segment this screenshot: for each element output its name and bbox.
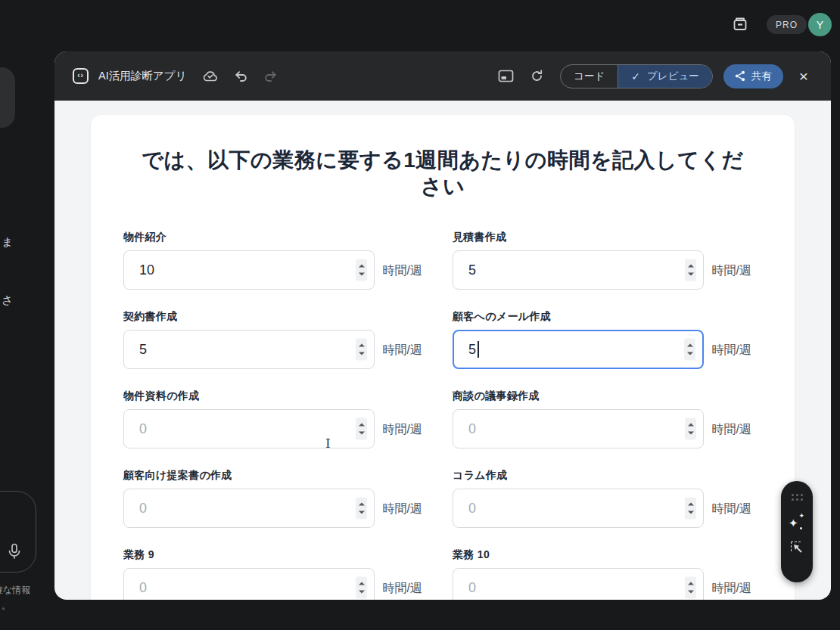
- number-input[interactable]: 0: [453, 568, 704, 600]
- share-icon: [735, 70, 745, 82]
- unit-label: 時間/週: [382, 579, 422, 597]
- form-field: 物件紹介 10 時間/週: [123, 229, 422, 290]
- number-input[interactable]: 10: [123, 250, 375, 290]
- canvas-panel: ‹› AI活用診断アプリ: [54, 51, 831, 600]
- unit-label: 時間/週: [382, 499, 422, 518]
- number-spinner[interactable]: [356, 498, 367, 520]
- form-field: 契約書作成 5 時間/週: [123, 309, 422, 369]
- pip-icon[interactable]: [498, 70, 514, 82]
- pro-badge: PRO: [767, 15, 807, 34]
- preview-area: では、以下の業務に要する1週間あたりの時間を記入してください 物件紹介 10 時…: [54, 101, 831, 600]
- unit-label: 時間/週: [711, 340, 751, 359]
- sparkle-icon[interactable]: ✦✦: [789, 514, 804, 529]
- unit-label: 時間/週: [711, 499, 751, 518]
- unit-label: 時間/週: [382, 420, 422, 439]
- number-spinner[interactable]: [356, 418, 367, 440]
- form-field: 見積書作成 5 時間/週: [453, 229, 751, 290]
- share-button[interactable]: 共有: [723, 64, 783, 88]
- field-label: 業務 10: [453, 547, 751, 562]
- text-caret: [478, 341, 479, 358]
- chat-text-fragment-1: ま: [2, 235, 13, 250]
- unit-label: 時間/週: [711, 579, 751, 597]
- number-spinner[interactable]: [685, 577, 696, 599]
- number-input[interactable]: 0: [453, 489, 704, 528]
- disclaimer-text-fragment: 確な情報: [0, 584, 30, 597]
- number-input[interactable]: 0: [453, 409, 704, 448]
- field-label: 物件資料の作成: [123, 388, 422, 403]
- drag-dots-icon[interactable]: [792, 494, 803, 501]
- printer-icon[interactable]: [731, 14, 751, 34]
- number-input[interactable]: 0: [123, 568, 375, 600]
- form-field: 物件資料の作成 0 時間/週: [123, 388, 422, 448]
- field-label: 業務 9: [123, 547, 422, 562]
- number-input[interactable]: 0: [123, 489, 375, 528]
- number-spinner[interactable]: [356, 259, 367, 281]
- redo-icon[interactable]: [264, 70, 277, 82]
- form-field: 顧客向け提案書の作成 0 時間/週: [123, 467, 422, 528]
- form-field: 業務 9 0 時間/週: [123, 547, 422, 600]
- number-spinner[interactable]: [685, 259, 696, 281]
- refresh-icon[interactable]: [530, 70, 543, 82]
- canvas-tools-pill: ✦✦: [781, 481, 813, 582]
- canvas-header: ‹› AI活用診断アプリ: [54, 51, 831, 101]
- share-button-label: 共有: [751, 70, 772, 83]
- unit-label: 時間/週: [711, 261, 751, 280]
- form-field: 顧客へのメール作成 5 時間/週: [453, 309, 751, 369]
- form-grid: 物件紹介 10 時間/週 見積書作成 5 時間/週: [91, 229, 795, 600]
- number-spinner[interactable]: [684, 339, 695, 361]
- cloud-saved-icon[interactable]: [203, 70, 218, 82]
- mic-icon[interactable]: [7, 543, 23, 561]
- form-field: 業務 10 0 時間/週: [453, 547, 751, 600]
- prompt-input-box[interactable]: [0, 491, 36, 573]
- select-element-icon[interactable]: [791, 542, 804, 554]
- preview-tab[interactable]: ✓ プレビュー: [618, 65, 712, 88]
- chat-bubble-fragment: [0, 67, 15, 128]
- code-tab[interactable]: コード: [561, 65, 618, 88]
- chat-text-fragment-2: さ: [2, 293, 13, 308]
- form-title: では、以下の業務に要する1週間あたりの時間を記入してください: [140, 147, 745, 200]
- number-input[interactable]: 5: [453, 330, 704, 369]
- disclaimer-text-fragment-2: 。: [2, 600, 11, 613]
- number-input[interactable]: 5: [123, 330, 375, 369]
- number-spinner[interactable]: [685, 498, 696, 520]
- form-field: コラム作成 0 時間/週: [453, 467, 751, 528]
- number-input[interactable]: 5: [453, 250, 704, 290]
- field-label: 契約書作成: [123, 309, 422, 324]
- unit-label: 時間/週: [382, 340, 422, 359]
- unit-label: 時間/週: [382, 261, 422, 280]
- unit-label: 時間/週: [711, 420, 751, 439]
- form-card: では、以下の業務に要する1週間あたりの時間を記入してください 物件紹介 10 時…: [91, 115, 795, 600]
- number-spinner[interactable]: [356, 577, 367, 599]
- avatar[interactable]: Y: [808, 13, 832, 36]
- field-label: 物件紹介: [123, 229, 422, 244]
- number-spinner[interactable]: [356, 339, 367, 361]
- field-label: 見積書作成: [453, 229, 751, 244]
- form-field: 商談の議事録作成 0 時間/週: [453, 388, 751, 448]
- close-icon[interactable]: ×: [798, 68, 810, 84]
- field-label: 顧客へのメール作成: [453, 309, 751, 324]
- field-label: 商談の議事録作成: [453, 388, 751, 403]
- canvas-app-icon: ‹›: [73, 68, 89, 84]
- field-label: 顧客向け提案書の作成: [123, 467, 422, 483]
- preview-tab-label: プレビュー: [647, 70, 699, 83]
- undo-icon[interactable]: [235, 70, 247, 82]
- number-spinner[interactable]: [685, 418, 696, 440]
- code-preview-toggle: コード ✓ プレビュー: [560, 64, 713, 88]
- number-input[interactable]: 0: [123, 409, 375, 448]
- check-icon: ✓: [631, 70, 640, 82]
- field-label: コラム作成: [453, 467, 751, 483]
- canvas-title: AI活用診断アプリ: [98, 69, 186, 83]
